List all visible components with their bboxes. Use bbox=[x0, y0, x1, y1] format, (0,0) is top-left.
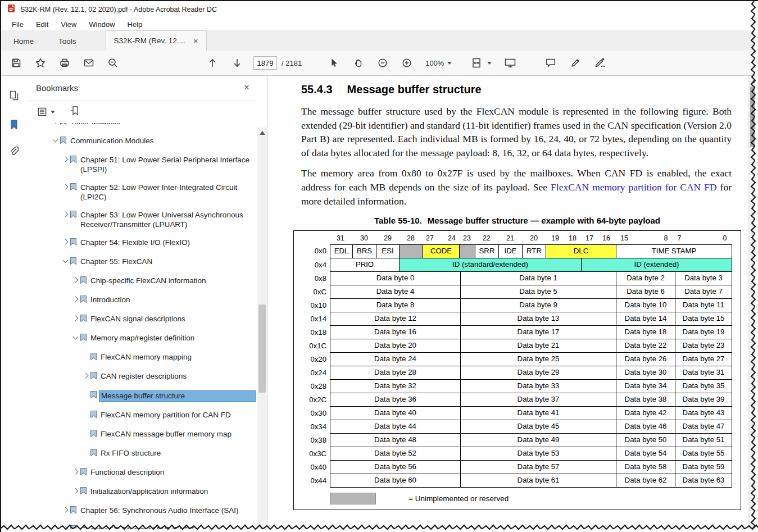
menu-window[interactable]: Window bbox=[83, 19, 121, 30]
bookmark-label: FlexCAN memory partition for CAN FD bbox=[101, 410, 233, 420]
bookmark-item[interactable]: Introduction bbox=[27, 293, 257, 307]
tab-document[interactable]: S32K-RM (Rev. 12.... × bbox=[106, 30, 207, 51]
next-page-button[interactable] bbox=[229, 54, 246, 71]
table-cell: SRR bbox=[475, 245, 499, 258]
bookmark-item[interactable]: Chapter 56: Synchronous Audio Interface … bbox=[27, 504, 257, 518]
chevron-right-icon[interactable] bbox=[62, 238, 70, 246]
scroll-up-icon[interactable] bbox=[749, 77, 758, 85]
bookmark-item[interactable]: Message buffer structure bbox=[27, 389, 257, 403]
bookmark-item[interactable]: Rx FIFO structure bbox=[27, 447, 257, 461]
email-button[interactable] bbox=[80, 54, 97, 71]
section-heading: 55.4.3Message buffer structure bbox=[301, 83, 748, 96]
bookmark-item[interactable]: Chapter 53: Low Power Universal Asynchro… bbox=[27, 208, 257, 231]
chevron-right-icon[interactable] bbox=[72, 467, 80, 476]
bookmark-item[interactable]: CAN register descriptions bbox=[27, 370, 257, 384]
highlight-tool-button[interactable] bbox=[567, 54, 584, 71]
menu-view[interactable]: View bbox=[55, 19, 83, 30]
bookmark-item[interactable]: Memory map/register definition bbox=[27, 331, 257, 345]
bit-number: 31 bbox=[337, 234, 344, 242]
chevron-down-icon[interactable] bbox=[52, 136, 60, 144]
chevron-down-icon[interactable] bbox=[72, 333, 80, 342]
comment-tool-button[interactable] bbox=[542, 54, 559, 71]
chevron-right-icon[interactable] bbox=[62, 183, 70, 191]
menu-bar: File Edit View Window Help bbox=[1, 18, 758, 30]
table-cell: Data byte 10 bbox=[616, 299, 675, 312]
zoom-out-button[interactable] bbox=[374, 54, 391, 71]
bookmarks-scrollbar-thumb[interactable] bbox=[258, 304, 266, 393]
bookmark-item[interactable]: Communication Modules bbox=[27, 134, 257, 148]
save-button[interactable] bbox=[8, 54, 25, 71]
bookmark-item[interactable]: Chapter 57: Ethernet MAC (ENET) bbox=[27, 523, 257, 532]
bookmarks-scrollbar[interactable] bbox=[257, 128, 267, 532]
bookmark-options-button[interactable] bbox=[37, 107, 55, 117]
select-tool-button[interactable] bbox=[325, 54, 342, 71]
menu-edit[interactable]: Edit bbox=[30, 19, 55, 30]
presentation-mode-button[interactable] bbox=[502, 54, 519, 71]
bookmark-item[interactable]: Functional description bbox=[27, 466, 257, 480]
menu-file[interactable]: File bbox=[6, 19, 30, 30]
bookmark-item[interactable]: Chapter 54: Flexible I/O (FlexIO) bbox=[27, 236, 257, 250]
bookmark-item[interactable]: FlexCAN signal descriptions bbox=[27, 312, 257, 326]
flexcan-link[interactable]: FlexCAN memory partition for CAN FD bbox=[551, 181, 717, 193]
chevron-right-icon[interactable] bbox=[72, 295, 80, 303]
chevron-right-icon[interactable] bbox=[62, 210, 70, 219]
previous-page-button[interactable] bbox=[204, 54, 221, 71]
table-cell: Data byte 24 bbox=[330, 353, 461, 366]
tab-tools[interactable]: Tools bbox=[46, 32, 89, 51]
document-scrollbar[interactable] bbox=[748, 76, 758, 532]
menu-help[interactable]: Help bbox=[121, 19, 149, 30]
tab-close-icon[interactable]: × bbox=[193, 37, 198, 45]
chevron-right-icon[interactable] bbox=[62, 155, 70, 163]
bookmark-icon bbox=[70, 210, 77, 221]
scroll-up-icon[interactable] bbox=[257, 129, 267, 137]
attachments-panel-button[interactable] bbox=[1, 140, 27, 163]
table-cell: Data byte 53 bbox=[461, 447, 616, 461]
chevron-right-icon[interactable] bbox=[82, 371, 90, 380]
table-cell: Data byte 15 bbox=[675, 312, 732, 326]
bookmark-icon bbox=[80, 295, 87, 306]
bookmark-icon bbox=[70, 238, 77, 248]
bookmark-item[interactable]: Chapter 55: FlexCAN bbox=[27, 255, 257, 269]
close-icon[interactable]: × bbox=[244, 82, 249, 93]
chevron-right-icon[interactable] bbox=[62, 506, 70, 514]
page-number-input[interactable] bbox=[253, 56, 277, 70]
fit-width-button[interactable] bbox=[469, 54, 485, 71]
bookmark-item[interactable]: FlexCAN memory mapping bbox=[27, 351, 257, 365]
bookmark-item[interactable]: Timer Modules bbox=[27, 123, 257, 129]
hand-tool-button[interactable] bbox=[350, 54, 367, 71]
chevron-right-icon[interactable] bbox=[72, 314, 80, 322]
table-cell: Data byte 44 bbox=[330, 420, 461, 434]
bookmark-item[interactable]: Chapter 51: Low Power Serial Peripheral … bbox=[27, 153, 257, 176]
bookmark-label: Chapter 52: Low Power Inter-Integrated C… bbox=[80, 183, 256, 202]
expand-current-bookmark-button[interactable] bbox=[70, 106, 81, 118]
table-legend: = Unimplemented or reserved bbox=[330, 493, 741, 504]
bookmark-item[interactable]: Chapter 52: Low Power Inter-Integrated C… bbox=[27, 181, 257, 203]
chevron-down-icon[interactable] bbox=[62, 257, 70, 265]
table-cell: Data byte 34 bbox=[616, 380, 675, 393]
bit-number: 23 bbox=[463, 234, 471, 242]
bookmark-item[interactable]: Chip-specific FlexCAN information bbox=[27, 274, 257, 288]
table-row: 0x34Data byte 44Data byte 45Data byte 46… bbox=[297, 420, 741, 434]
chevron-right-icon[interactable] bbox=[72, 276, 80, 284]
bookmark-item[interactable]: FlexCAN message buffer memory map bbox=[27, 428, 257, 442]
chevron-right-icon[interactable] bbox=[62, 525, 70, 532]
bookmarks-panel-header: Bookmarks × bbox=[27, 76, 257, 101]
zoom-level-dropdown[interactable]: 100% bbox=[421, 59, 456, 67]
title-bar: S32K-RM (Rev. 12.1, 02 2020).pdf - Adobe… bbox=[1, 1, 758, 18]
fill-sign-tool-button[interactable] bbox=[592, 54, 609, 71]
table-row: 0x18Data byte 16Data byte 17Data byte 18… bbox=[297, 326, 741, 339]
zoom-in-button[interactable] bbox=[398, 54, 415, 71]
page-thumbnails-panel-button[interactable] bbox=[1, 84, 27, 107]
bookmarks-panel-button[interactable] bbox=[1, 113, 27, 137]
tab-home[interactable]: Home bbox=[1, 32, 46, 51]
chevron-right-icon[interactable] bbox=[72, 486, 80, 495]
chevron-down-icon[interactable] bbox=[487, 62, 492, 65]
print-button[interactable] bbox=[56, 54, 73, 71]
chevron-right-icon[interactable] bbox=[52, 123, 60, 125]
bookmark-item[interactable]: FlexCAN memory partition for CAN FD bbox=[27, 408, 257, 422]
search-icon[interactable] bbox=[105, 54, 121, 71]
table-figure: Table 55-10.Message buffer structure — e… bbox=[293, 216, 741, 510]
bookmark-item[interactable]: Initialization/application information bbox=[27, 485, 257, 499]
document-scrollbar-thumb[interactable] bbox=[750, 87, 757, 147]
favorites-star-icon[interactable] bbox=[32, 54, 49, 71]
